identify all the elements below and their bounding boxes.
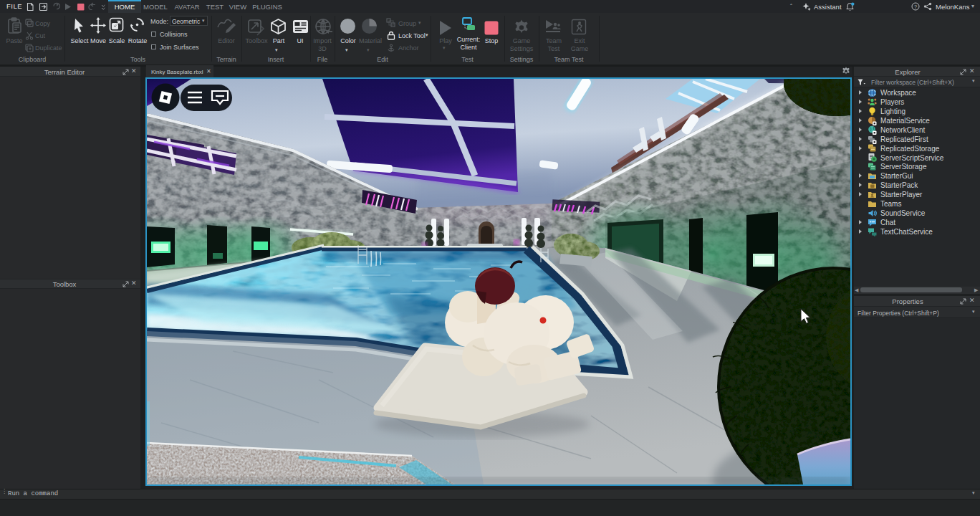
svg-text:?: ? [914, 4, 917, 10]
